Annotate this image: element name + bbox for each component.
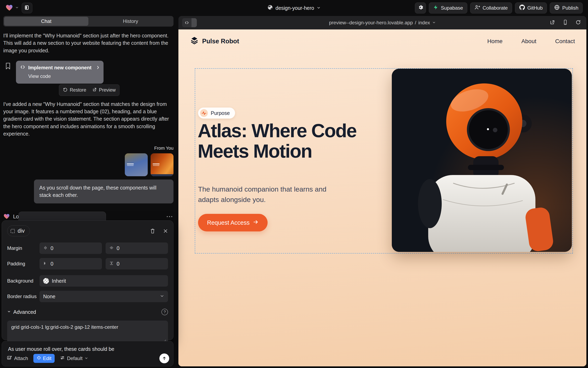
padding-x-input[interactable]: 0 <box>39 258 102 269</box>
site-header: Pulse Robot Home About Contact <box>178 29 586 53</box>
selected-element-pill[interactable]: div <box>7 226 30 236</box>
github-label: GitHub <box>527 5 543 11</box>
publish-label: Publish <box>562 5 579 11</box>
background-input[interactable]: Inherit <box>39 275 168 287</box>
user-message-bubble: As you scroll down the page, these compo… <box>34 180 173 203</box>
lovable-home-menu[interactable] <box>5 3 19 12</box>
preview-toolbar: preview--design-your-hero.lovable.app / … <box>178 16 586 29</box>
close-inspector-button[interactable] <box>163 229 168 233</box>
add-user-icon <box>474 4 480 11</box>
version-actions: Restore Preview <box>59 84 120 96</box>
chat-composer[interactable]: As user mouse roll over, these cards sho… <box>2 341 173 366</box>
tool-card-title: Implement new component <box>28 65 91 71</box>
preview-pane: preview--design-your-hero.lovable.app / … <box>178 16 586 366</box>
margin-x-input[interactable]: 0 <box>39 242 102 254</box>
border-radius-label: Border radius <box>7 294 39 299</box>
border-radius-select[interactable]: None <box>39 291 168 302</box>
supabase-label: Supabase <box>441 5 463 11</box>
tool-call-block: Implement new component View code Restor… <box>3 61 173 95</box>
element-outline-icon <box>11 229 15 233</box>
restore-button[interactable]: Restore <box>63 87 86 93</box>
assistant-message: I'll implement the "Why Humanoid" sectio… <box>3 32 173 54</box>
help-icon[interactable]: ? <box>161 309 168 315</box>
nav-home[interactable]: Home <box>487 38 503 45</box>
lovable-app-window: design-your-hero Supabase Co <box>0 0 588 368</box>
element-inspector-panel: div Margin 0 0 <box>2 221 173 340</box>
refresh-button[interactable] <box>575 19 581 26</box>
sidebar-panel-icon <box>24 5 30 11</box>
settings-button[interactable] <box>415 2 426 13</box>
implement-component-card[interactable]: Implement new component View code <box>16 61 104 84</box>
chevron-down-icon <box>15 6 19 10</box>
pulse-icon <box>200 109 208 117</box>
margin-label: Margin <box>7 245 39 251</box>
element-tag: div <box>18 228 25 234</box>
hero-subheading: The humanoid companion that learns and a… <box>198 184 337 205</box>
toggle-sidebar-button[interactable] <box>22 3 32 13</box>
preview-page: index <box>418 20 430 26</box>
attach-image-icon <box>7 355 12 362</box>
project-name: design-your-hero <box>275 5 314 11</box>
nav-about[interactable]: About <box>521 38 536 45</box>
view-code-link[interactable]: View code <box>28 74 99 79</box>
mode-select[interactable]: Default <box>60 355 88 361</box>
chevron-right-icon <box>96 65 100 71</box>
send-button[interactable] <box>159 353 169 363</box>
github-icon <box>519 4 525 11</box>
margin-y-input[interactable]: 0 <box>105 242 168 254</box>
padding-y-input[interactable]: 0 <box>105 258 168 269</box>
assistant-message: I've added a new "Why Humanoid" section … <box>3 100 173 137</box>
more-menu-icon[interactable] <box>167 216 173 217</box>
restore-icon <box>63 87 68 93</box>
padding-label: Padding <box>7 261 39 267</box>
mobile-view-button[interactable] <box>563 19 568 26</box>
supabase-button[interactable]: Supabase <box>429 2 467 13</box>
preview-url: preview--design-your-hero.lovable.app <box>329 20 413 26</box>
chevron-down-icon <box>432 20 436 26</box>
composer-input[interactable]: As user mouse roll over, these cards sho… <box>2 341 173 352</box>
collaborate-button[interactable]: Collaborate <box>470 2 512 13</box>
chevron-down-icon <box>7 310 11 314</box>
site-preview: Pulse Robot Home About Contact Purpose A… <box>178 29 586 366</box>
padding-x-icon <box>43 261 48 267</box>
attachment-thumbnail-blue[interactable] <box>125 153 148 176</box>
publish-button[interactable]: Publish <box>550 2 583 13</box>
target-icon <box>37 356 41 361</box>
request-access-button[interactable]: Request Access <box>198 214 268 231</box>
delete-element-button[interactable] <box>150 228 155 234</box>
margin-y-icon <box>109 245 114 251</box>
layers-logo-icon <box>190 36 199 47</box>
edit-mode-button[interactable]: Edit <box>33 354 55 363</box>
site-brand[interactable]: Pulse Robot <box>190 36 239 47</box>
attachment-thumbnail-orange[interactable] <box>151 153 173 176</box>
arrow-up-icon <box>162 356 167 361</box>
github-button[interactable]: GitHub <box>515 2 547 13</box>
preview-button[interactable]: Preview <box>92 87 116 93</box>
gear-icon <box>417 4 423 11</box>
publish-globe-icon <box>554 4 560 11</box>
chevron-down-icon <box>160 294 164 300</box>
sliders-icon <box>60 355 65 361</box>
preview-url-breadcrumb[interactable]: preview--design-your-hero.lovable.app / … <box>329 16 436 29</box>
hero-robot-image <box>392 69 572 252</box>
chevron-down-icon <box>317 5 321 11</box>
code-icon <box>20 64 25 71</box>
purpose-badge: Purpose <box>198 108 235 119</box>
tab-chat[interactable]: Chat <box>4 17 88 26</box>
from-you-label: From You <box>3 146 173 151</box>
advanced-section-toggle[interactable]: Advanced ? <box>7 309 168 315</box>
chevron-down-icon <box>85 356 88 361</box>
chat-history-tabs: Chat History <box>3 16 173 27</box>
code-icon <box>185 20 189 25</box>
site-nav: Home About Contact <box>487 38 575 45</box>
top-bar: design-your-hero Supabase Co <box>0 0 588 16</box>
attach-button[interactable]: Attach <box>7 355 28 362</box>
nav-contact[interactable]: Contact <box>555 38 575 45</box>
code-view-toggle[interactable] <box>182 18 197 27</box>
toggle-handle[interactable] <box>191 18 197 27</box>
bookmark-icon[interactable] <box>5 62 11 71</box>
tab-history[interactable]: History <box>88 17 173 26</box>
open-in-new-tab-button[interactable] <box>550 19 555 26</box>
lovable-heart-icon <box>3 213 10 221</box>
project-switcher[interactable]: design-your-hero <box>267 0 321 16</box>
